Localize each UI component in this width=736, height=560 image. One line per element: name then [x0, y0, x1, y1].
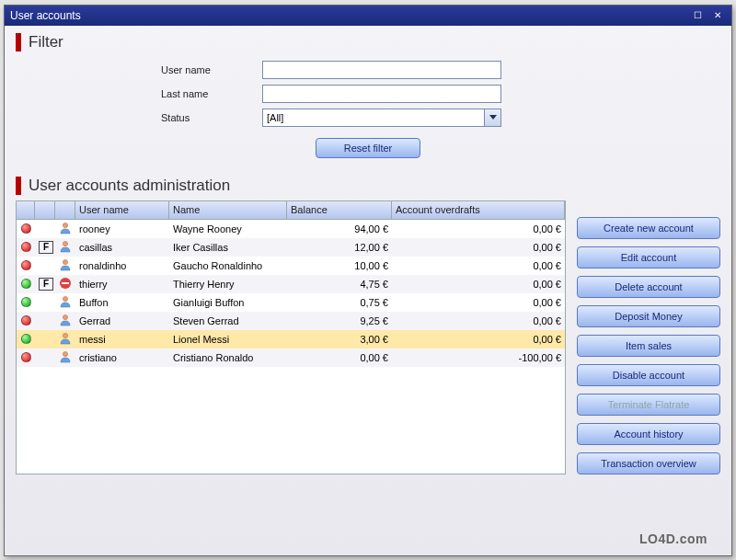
- overdraft-cell: 0,00 €: [392, 277, 565, 291]
- edit-account-button[interactable]: Edit account: [577, 246, 720, 269]
- balance-cell: 94,00 €: [287, 222, 392, 236]
- balance-cell: 4,75 €: [287, 277, 392, 291]
- col-name[interactable]: Name: [169, 201, 287, 219]
- status-select[interactable]: [All]: [262, 109, 501, 127]
- col-icon[interactable]: [55, 201, 75, 219]
- svg-point-7: [63, 333, 67, 337]
- svg-point-6: [63, 314, 67, 319]
- svg-point-0: [63, 223, 67, 227]
- flag-cell: F: [35, 276, 55, 292]
- name-cell: Gaucho Ronaldinho: [169, 258, 287, 273]
- username-cell: rooney: [75, 222, 169, 236]
- filter-username-row: User name: [161, 61, 575, 79]
- green-status-icon: [21, 334, 31, 344]
- svg-point-5: [63, 296, 67, 301]
- flag-cell: [35, 301, 55, 304]
- name-cell: Thierry Henry: [169, 277, 287, 291]
- admin-heading: User accounts administration: [29, 177, 230, 195]
- table-row[interactable]: FcasillasIker Casillas12,00 €0,00 €: [17, 238, 565, 257]
- name-cell: Iker Casillas: [169, 240, 287, 255]
- status-dot: [17, 332, 35, 346]
- balance-cell: 12,00 €: [287, 240, 392, 255]
- person-icon: [59, 314, 72, 326]
- col-username[interactable]: User name: [75, 201, 169, 219]
- name-cell: Cristiano Ronaldo: [169, 350, 287, 365]
- overdraft-cell: -100,00 €: [392, 350, 565, 365]
- table-header: User name Name Balance Account overdraft…: [17, 201, 565, 220]
- name-cell: Steven Gerrad: [169, 314, 287, 328]
- terminate-flatrate-button[interactable]: Terminate Flatrate: [577, 394, 720, 416]
- user-accounts-window: User accounts ☐ ✕ Filter User name Last …: [4, 5, 732, 556]
- transaction-overview-button[interactable]: Transaction overview: [577, 452, 720, 474]
- status-dot: [17, 295, 35, 309]
- overdraft-cell: 0,00 €: [392, 240, 565, 255]
- status-dot: [17, 222, 35, 235]
- item-sales-button[interactable]: Item sales: [577, 335, 720, 357]
- user-icon-cell: [55, 275, 75, 293]
- lastname-input[interactable]: [262, 85, 501, 103]
- table-row[interactable]: BuffonGianluigi Buffon0,75 €0,00 €: [17, 293, 565, 312]
- table-row[interactable]: GerradSteven Gerrad9,25 €0,00 €: [17, 312, 565, 330]
- red-status-icon: [21, 315, 31, 326]
- maximize-icon[interactable]: ☐: [689, 8, 706, 23]
- chevron-down-icon[interactable]: [484, 109, 500, 126]
- username-cell: Gerrad: [75, 314, 169, 328]
- flag-cell: [35, 319, 55, 323]
- user-icon-cell: [55, 293, 75, 312]
- filter-form: User name Last name Status [All] Reset f…: [5, 57, 731, 169]
- username-label: User name: [161, 64, 262, 75]
- table-row[interactable]: FthierryThierry Henry4,75 €0,00 €: [17, 275, 565, 293]
- reset-wrap: Reset filter: [161, 132, 575, 167]
- deposit-money-button[interactable]: Deposit Money: [577, 305, 720, 327]
- blocked-icon: [59, 277, 72, 290]
- username-cell: ronaldinho: [75, 258, 169, 273]
- create-account-button[interactable]: Create new account: [577, 217, 720, 239]
- col-flag[interactable]: [35, 201, 55, 219]
- status-dot: [17, 240, 35, 254]
- name-cell: Lionel Messi: [169, 332, 287, 347]
- admin-section-header: User accounts administration: [5, 169, 731, 200]
- lastname-label: Last name: [161, 88, 262, 99]
- flatrate-flag-icon: F: [39, 278, 53, 291]
- person-icon: [59, 258, 72, 271]
- content: Filter User name Last name Status [All]: [5, 26, 731, 486]
- action-buttons: Create new account Edit account Delete a…: [577, 200, 720, 474]
- delete-account-button[interactable]: Delete account: [577, 276, 720, 298]
- table-row[interactable]: messiLionel Messi3,00 €0,00 €: [17, 330, 565, 349]
- window-title: User accounts: [10, 9, 689, 22]
- username-input[interactable]: [262, 61, 501, 79]
- overdraft-cell: 0,00 €: [392, 295, 565, 310]
- filter-lastname-row: Last name: [161, 85, 575, 103]
- username-cell: casillas: [75, 240, 169, 255]
- col-status[interactable]: [17, 201, 35, 219]
- account-history-button[interactable]: Account history: [577, 423, 720, 445]
- username-cell: messi: [75, 332, 169, 347]
- accounts-table: User name Name Balance Account overdraft…: [16, 200, 566, 474]
- red-status-icon: [21, 260, 31, 270]
- table-row[interactable]: rooneyWayne Rooney94,00 €0,00 €: [17, 220, 565, 238]
- table-row[interactable]: cristianoCristiano Ronaldo0,00 €-100,00 …: [17, 349, 565, 367]
- disable-account-button[interactable]: Disable account: [577, 364, 720, 386]
- status-dot: [17, 258, 35, 272]
- svg-point-2: [63, 259, 67, 264]
- titlebar[interactable]: User accounts ☐ ✕: [5, 6, 731, 26]
- col-overdraft[interactable]: Account overdrafts: [392, 201, 565, 219]
- col-balance[interactable]: Balance: [287, 201, 392, 219]
- red-status-icon: [21, 242, 31, 252]
- overdraft-cell: 0,00 €: [392, 314, 565, 328]
- status-dot: [17, 314, 35, 327]
- svg-rect-4: [62, 282, 69, 284]
- overdraft-cell: 0,00 €: [392, 258, 565, 273]
- user-icon-cell: [55, 312, 75, 330]
- person-icon: [59, 350, 72, 363]
- table-row[interactable]: ronaldinhoGaucho Ronaldinho10,00 €0,00 €: [17, 257, 565, 275]
- status-label: Status: [161, 112, 262, 123]
- balance-cell: 10,00 €: [287, 258, 392, 273]
- svg-point-8: [63, 351, 67, 356]
- flatrate-flag-icon: F: [39, 241, 53, 254]
- reset-filter-button[interactable]: Reset filter: [316, 138, 421, 158]
- filter-status-row: Status [All]: [161, 109, 575, 127]
- close-icon[interactable]: ✕: [709, 8, 726, 23]
- person-icon: [59, 295, 72, 308]
- name-cell: Gianluigi Buffon: [169, 295, 287, 310]
